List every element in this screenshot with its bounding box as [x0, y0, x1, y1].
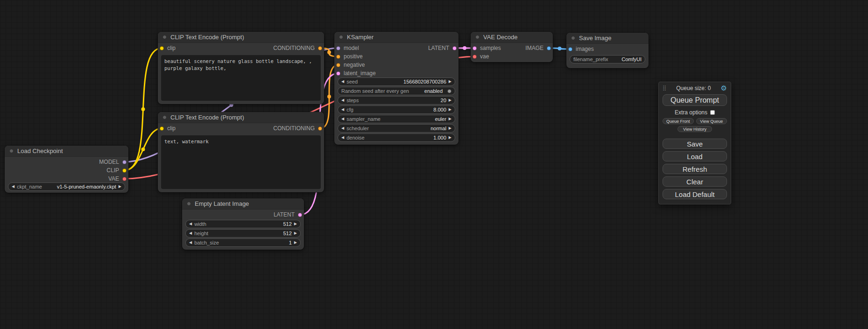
collapse-dot-icon[interactable] [9, 149, 14, 153]
width-widget[interactable]: ◀ width 512 ▶ [185, 220, 301, 228]
decrement-arrow-icon[interactable]: ◀ [341, 80, 344, 84]
decrement-arrow-icon[interactable]: ◀ [341, 117, 344, 121]
sampler-name-widget[interactable]: ◀ sampler_name euler ▶ [338, 115, 455, 123]
denoise-widget[interactable]: ◀ denoise 1.000 ▶ [338, 133, 455, 142]
latent-output-dot[interactable] [452, 46, 457, 50]
model-input-dot[interactable] [336, 46, 340, 50]
decrement-arrow-icon[interactable]: ◀ [341, 136, 344, 140]
input-slot-vae[interactable]: vae [473, 52, 501, 61]
node-save-image[interactable]: Save Image images filename_prefix ComfyU… [566, 33, 649, 68]
input-slot-negative[interactable]: negative [336, 61, 376, 69]
input-slot-images[interactable]: images [568, 45, 594, 53]
node-title-bar[interactable]: Save Image [566, 33, 649, 44]
increment-arrow-icon[interactable]: ▶ [294, 231, 297, 235]
load-default-button[interactable]: Load Default [663, 189, 727, 199]
increment-arrow-icon[interactable]: ▶ [294, 222, 297, 226]
node-clip-text-encode-positive[interactable]: CLIP Text Encode (Prompt) clip CONDITION… [158, 32, 324, 104]
settings-gear-icon[interactable]: ⚙ [721, 84, 727, 91]
node-vae-decode[interactable]: VAE Decode samples vae IMAGE [471, 32, 553, 62]
increment-arrow-icon[interactable]: ▶ [449, 136, 452, 140]
input-slot-model[interactable]: model [336, 44, 376, 52]
input-slot-clip[interactable]: clip [160, 124, 176, 133]
toggle-dot-icon[interactable] [447, 89, 452, 93]
model-output-dot[interactable] [122, 160, 127, 164]
cfg-widget[interactable]: ◀ cfg 8.000 ▶ [338, 105, 455, 114]
filename-prefix-widget[interactable]: filename_prefix ComfyUI [570, 55, 645, 63]
node-title-bar[interactable]: CLIP Text Encode (Prompt) [158, 112, 324, 123]
output-slot-image[interactable]: IMAGE [525, 44, 551, 52]
output-slot-latent[interactable]: LATENT [428, 44, 457, 52]
ckpt-name-widget[interactable]: ◀ ckpt_name v1-5-pruned-emaonly.ckpt ▶ [8, 182, 125, 191]
clip-input-dot[interactable] [160, 126, 164, 131]
collapse-dot-icon[interactable] [187, 202, 191, 206]
node-title-bar[interactable]: VAE Decode [471, 32, 553, 43]
steps-widget[interactable]: ◀ steps 20 ▶ [338, 96, 455, 105]
conditioning-output-dot[interactable] [318, 126, 322, 131]
negative-prompt-textarea[interactable]: text, watermark [161, 135, 321, 189]
node-title-bar[interactable]: CLIP Text Encode (Prompt) [158, 32, 324, 43]
collapse-dot-icon[interactable] [339, 35, 343, 39]
images-input-dot[interactable] [568, 47, 572, 51]
output-slot-vae[interactable]: VAE [108, 175, 127, 183]
output-slot-latent[interactable]: LATENT [274, 210, 302, 219]
output-slot-conditioning[interactable]: CONDITIONING [273, 124, 322, 133]
positive-prompt-textarea[interactable]: beautiful scenery nature glass bottle la… [161, 55, 321, 101]
graph-canvas[interactable]: Load Checkpoint MODEL CLIP VAE ◀ ckpt_na… [0, 0, 868, 329]
vae-input-dot[interactable] [473, 55, 477, 59]
decrement-arrow-icon[interactable]: ◀ [12, 185, 14, 189]
input-slot-latent-image[interactable]: latent_image [336, 69, 376, 77]
decrement-arrow-icon[interactable]: ◀ [189, 241, 192, 245]
collapse-dot-icon[interactable] [162, 35, 167, 39]
output-slot-model[interactable]: MODEL [99, 158, 127, 166]
clip-input-dot[interactable] [160, 46, 164, 50]
samples-input-dot[interactable] [473, 46, 477, 50]
decrement-arrow-icon[interactable]: ◀ [189, 222, 192, 226]
node-clip-text-encode-negative[interactable]: CLIP Text Encode (Prompt) clip CONDITION… [158, 112, 324, 192]
node-title-bar[interactable]: Load Checkpoint [5, 146, 128, 157]
extra-options-checkbox[interactable] [710, 110, 715, 115]
drag-handle-icon[interactable]: ⣿ [663, 85, 666, 91]
refresh-button[interactable]: Refresh [663, 164, 727, 174]
queue-prompt-button[interactable]: Queue Prompt [663, 94, 727, 106]
clear-button[interactable]: Clear [663, 176, 727, 187]
increment-arrow-icon[interactable]: ▶ [449, 108, 452, 112]
latent-output-dot[interactable] [298, 213, 302, 217]
negative-input-dot[interactable] [336, 63, 340, 67]
output-slot-conditioning[interactable]: CONDITIONING [273, 44, 322, 52]
input-slot-clip[interactable]: clip [160, 44, 176, 52]
seed-widget[interactable]: ◀ seed 156680208700286 ▶ [338, 77, 455, 86]
node-ksampler[interactable]: KSampler model positive negative latent_… [334, 32, 459, 145]
save-button[interactable]: Save [663, 139, 727, 149]
increment-arrow-icon[interactable]: ▶ [449, 98, 452, 102]
node-title-bar[interactable]: Empty Latent Image [182, 198, 304, 210]
collapse-dot-icon[interactable] [571, 36, 575, 40]
input-slot-positive[interactable]: positive [336, 52, 376, 61]
batch-size-widget[interactable]: ◀ batch_size 1 ▶ [185, 238, 301, 247]
decrement-arrow-icon[interactable]: ◀ [341, 98, 344, 102]
comfy-menu-panel[interactable]: ⣿ Queue size: 0 ⚙ Queue Prompt Extra opt… [658, 82, 731, 204]
increment-arrow-icon[interactable]: ▶ [294, 241, 297, 245]
increment-arrow-icon[interactable]: ▶ [449, 126, 452, 130]
vae-output-dot[interactable] [122, 177, 127, 181]
collapse-dot-icon[interactable] [475, 35, 480, 39]
queue-front-button[interactable]: Queue Front [663, 118, 694, 124]
clip-output-dot[interactable] [122, 168, 127, 173]
load-button[interactable]: Load [663, 151, 727, 161]
decrement-arrow-icon[interactable]: ◀ [341, 108, 344, 112]
collapse-dot-icon[interactable] [162, 115, 167, 119]
random-seed-toggle[interactable]: Random seed after every gen enabled [338, 87, 455, 95]
decrement-arrow-icon[interactable]: ◀ [189, 231, 192, 235]
increment-arrow-icon[interactable]: ▶ [119, 185, 121, 189]
image-output-dot[interactable] [547, 46, 551, 50]
conditioning-output-dot[interactable] [318, 46, 322, 50]
node-empty-latent-image[interactable]: Empty Latent Image LATENT ◀ width 512 ▶ … [182, 198, 304, 250]
height-widget[interactable]: ◀ height 512 ▶ [185, 229, 301, 238]
positive-input-dot[interactable] [336, 55, 340, 59]
scheduler-widget[interactable]: ◀ scheduler normal ▶ [338, 124, 455, 133]
increment-arrow-icon[interactable]: ▶ [449, 117, 452, 121]
increment-arrow-icon[interactable]: ▶ [449, 80, 452, 84]
view-queue-button[interactable]: View Queue [696, 118, 727, 124]
node-title-bar[interactable]: KSampler [334, 32, 459, 43]
decrement-arrow-icon[interactable]: ◀ [341, 126, 344, 130]
view-history-button[interactable]: View History [677, 126, 712, 132]
